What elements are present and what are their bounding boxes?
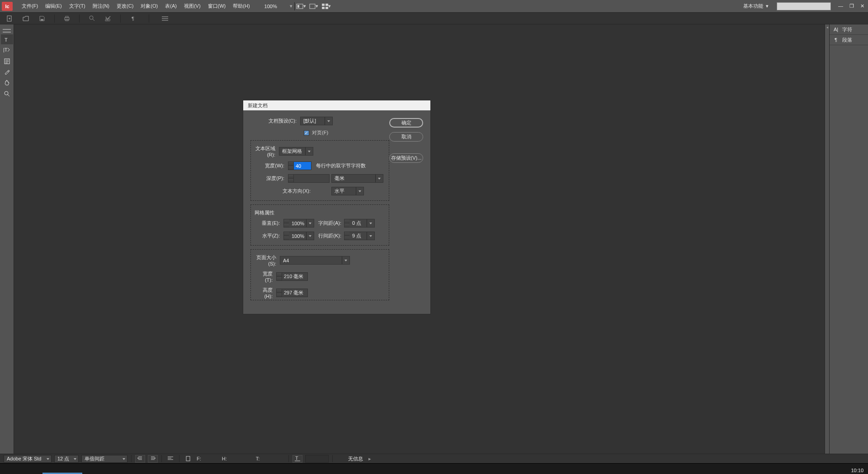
menu-notes[interactable]: 附注(N) — [89, 1, 113, 11]
pagesize-label: 页面大小(S): — [251, 254, 280, 266]
print-icon[interactable] — [63, 14, 71, 23]
view-mode-icon[interactable]: ▾ — [295, 2, 307, 11]
pageheight-input[interactable]: 297 毫米 — [282, 289, 308, 297]
pagewidth-spinner[interactable] — [276, 272, 282, 281]
facing-pages-checkbox[interactable]: ✓ — [304, 130, 309, 136]
svg-text:|T: |T — [3, 47, 8, 52]
baseline-input[interactable] — [305, 455, 329, 463]
horiz-spinner[interactable] — [283, 232, 289, 240]
vertical-select[interactable]: 100% — [289, 219, 314, 228]
depth-unit-select[interactable]: 毫米 — [331, 174, 383, 183]
width-input[interactable]: 40 — [293, 161, 311, 170]
preset-select[interactable]: [默认] — [300, 117, 333, 125]
depth-label: 深度(P): — [256, 175, 288, 182]
type-tool[interactable]: T — [1, 34, 13, 44]
svg-text:T: T — [295, 456, 298, 461]
hand-tool[interactable] — [1, 78, 13, 88]
linespace-spinner[interactable] — [344, 232, 349, 240]
save-preset-button[interactable]: 存储预设(V)... — [389, 153, 423, 163]
vertical-spinner[interactable] — [283, 219, 289, 228]
svg-rect-10 — [41, 19, 43, 21]
width-helper: 每行中的双字节字符数 — [316, 162, 366, 169]
minimize-icon[interactable]: — — [838, 3, 843, 9]
ok-button[interactable]: 确定 — [389, 118, 423, 128]
svg-line-15 — [93, 19, 94, 21]
toolbar: ab ¶ — [0, 12, 868, 24]
horiz-label: 水平(Z): — [256, 232, 283, 239]
svg-text:T: T — [5, 37, 8, 43]
pilcrow-icon[interactable]: ¶ — [129, 14, 137, 23]
t-label: T: — [255, 456, 261, 461]
save-icon[interactable] — [38, 14, 46, 23]
menu-table[interactable]: 表(A) — [161, 1, 180, 11]
menu-window[interactable]: 窗口(W) — [204, 1, 230, 11]
open-file-icon[interactable] — [22, 14, 30, 23]
pagesize-select[interactable]: A4 — [280, 256, 350, 265]
arrange-icon[interactable]: ▾ — [320, 2, 333, 11]
find-icon[interactable] — [88, 14, 96, 23]
menu-object[interactable]: 对象(O) — [137, 1, 161, 11]
taskbar — [0, 463, 868, 474]
svg-rect-4 — [326, 4, 328, 6]
workspace-selector[interactable]: 基本功能 ▾ — [741, 3, 771, 9]
svg-rect-37 — [186, 456, 190, 461]
width-spinner[interactable] — [288, 161, 293, 170]
text-area-label: 文本区域(R): — [251, 145, 279, 157]
close-icon[interactable]: ✕ — [860, 3, 864, 9]
pagewidth-input[interactable]: 210 毫米 — [282, 272, 308, 281]
menu-file[interactable]: 文件(F) — [18, 1, 42, 11]
linespacing-select[interactable]: 单倍间距 — [81, 455, 127, 463]
indent-right-icon[interactable] — [148, 455, 158, 463]
cancel-button[interactable]: 取消 — [389, 132, 423, 142]
horiz-select[interactable]: 100% — [289, 232, 314, 240]
vertical-type-tool[interactable]: |T — [1, 45, 13, 55]
svg-rect-6 — [326, 7, 328, 9]
screen-mode-icon[interactable]: ▾ — [307, 2, 320, 11]
fontsize-select[interactable]: 12 点 — [54, 455, 79, 463]
menubar: Ic 文件(F) 编辑(E) 文字(T) 附注(N) 更改(C) 对象(O) 表… — [0, 0, 868, 12]
menu-view[interactable]: 视图(V) — [180, 1, 204, 11]
status-noinfo: 无信息 — [336, 455, 363, 462]
maximize-icon[interactable]: ❐ — [849, 3, 854, 9]
indent-left-icon[interactable] — [135, 455, 145, 463]
panel-paragraph[interactable]: ¶段落 — [830, 35, 868, 45]
spellcheck-icon[interactable]: ab — [104, 14, 112, 23]
svg-point-26 — [5, 91, 8, 95]
svg-rect-1 — [297, 5, 299, 8]
text-area-select[interactable]: 框架网格 — [279, 147, 313, 156]
charspace-spinner[interactable] — [344, 219, 349, 228]
story-tool[interactable] — [1, 56, 13, 66]
baseline-icon[interactable]: T — [292, 455, 302, 463]
menu-text[interactable]: 文字(T) — [66, 1, 89, 11]
menu-edit[interactable]: 编辑(E) — [42, 1, 66, 11]
linespace-label: 行间距(K): — [314, 232, 344, 239]
eyedropper-tool[interactable] — [1, 67, 13, 77]
charspace-select[interactable]: 0 点 — [349, 219, 375, 228]
text-dir-select[interactable]: 水平 — [331, 187, 364, 195]
depth-input[interactable] — [293, 174, 330, 183]
svg-rect-5 — [322, 7, 325, 9]
search-box[interactable] — [777, 2, 831, 10]
linespace-select[interactable]: 9 点 — [349, 232, 375, 240]
main-area: T |T A|字符 ¶段落 — [0, 24, 868, 454]
app-logo: Ic — [2, 2, 13, 11]
zoom-dropdown-icon[interactable]: ▾ — [288, 3, 294, 9]
depth-spinner[interactable] — [288, 174, 293, 183]
font-select[interactable]: Adobe 宋体 Std — [4, 455, 52, 463]
new-file-icon[interactable] — [5, 14, 14, 23]
menu-icon[interactable] — [161, 14, 169, 23]
width-label: 宽度(W): — [256, 162, 288, 169]
pageheight-spinner[interactable] — [276, 289, 282, 297]
menu-help[interactable]: 帮助(H) — [229, 1, 253, 11]
right-panel-collapse[interactable] — [825, 24, 830, 454]
menu-change[interactable]: 更改(C) — [113, 1, 137, 11]
charspace-label: 字间距(A): — [314, 220, 344, 227]
text-dir-label: 文本方向(X): — [256, 188, 314, 194]
svg-text:ab: ab — [105, 17, 110, 21]
paragraph-icon: ¶ — [832, 37, 840, 43]
zoom-tool[interactable] — [1, 89, 13, 99]
panel-character[interactable]: A|字符 — [830, 24, 868, 35]
align-icon[interactable] — [165, 455, 175, 463]
page-icon[interactable] — [183, 455, 193, 463]
zoom-level[interactable]: 100% — [254, 4, 288, 9]
